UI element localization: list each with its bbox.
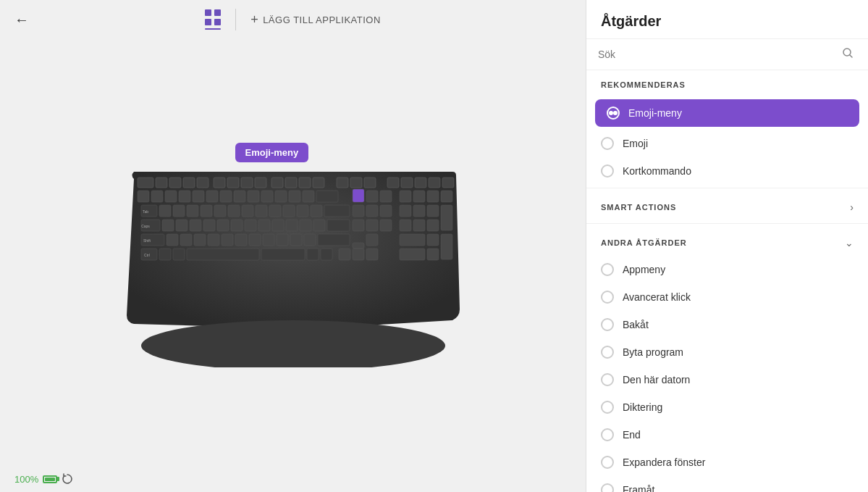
svg-rect-104 <box>187 249 259 260</box>
svg-rect-60 <box>400 205 411 217</box>
action-end-label: End <box>623 429 641 441</box>
action-bakat[interactable]: Bakåt <box>586 311 868 338</box>
action-emoji-meny[interactable]: Emoji-meny <box>595 99 859 127</box>
svg-rect-106 <box>307 249 319 260</box>
panel-title: Åtgärder <box>586 0 868 39</box>
svg-rect-67 <box>190 220 201 231</box>
svg-rect-45 <box>173 205 185 217</box>
radio-appmeny <box>601 263 614 276</box>
radio-kortkommando <box>601 164 614 178</box>
action-byta-program[interactable]: Byta program <box>586 338 868 366</box>
andra-chevron[interactable]: ⌄ <box>845 237 854 249</box>
action-avancerat-klick[interactable]: Avancerat klick <box>586 283 868 311</box>
radio-den-har-datorn <box>601 373 614 386</box>
svg-rect-83 <box>427 220 439 231</box>
svg-rect-100 <box>441 234 452 259</box>
action-den-har-datorn[interactable]: Den här datorn <box>586 366 868 393</box>
svg-rect-10 <box>271 178 283 188</box>
svg-rect-16 <box>364 178 376 188</box>
action-emoji[interactable]: Emoji <box>586 130 868 157</box>
action-end[interactable]: End <box>586 421 868 449</box>
section-andra-title: ANDRA ÅTGÄRDER <box>601 238 687 247</box>
svg-rect-50 <box>242 205 253 217</box>
smart-actions-chevron[interactable]: › <box>850 201 854 213</box>
action-emoji-label: Emoji <box>623 138 648 149</box>
svg-rect-74 <box>286 220 298 231</box>
keyboard-image: Tab Caps Shift Ctrl <box>112 135 474 367</box>
svg-rect-28 <box>220 191 232 202</box>
svg-rect-46 <box>187 205 198 217</box>
svg-rect-94 <box>290 234 302 246</box>
radio-emoji <box>601 137 614 150</box>
svg-rect-31 <box>261 191 273 202</box>
svg-rect-71 <box>245 220 256 231</box>
svg-rect-108 <box>353 243 364 249</box>
svg-rect-61 <box>413 205 425 217</box>
svg-rect-85 <box>167 234 178 246</box>
battery-icon <box>43 475 57 483</box>
svg-rect-91 <box>249 234 261 246</box>
svg-rect-58 <box>366 205 378 217</box>
svg-rect-56 <box>324 205 350 217</box>
search-icon <box>842 47 854 62</box>
svg-rect-80 <box>380 220 392 231</box>
search-input[interactable] <box>598 49 856 60</box>
svg-rect-11 <box>285 178 297 188</box>
status-bar: 100% <box>0 466 586 492</box>
back-button[interactable]: ← <box>14 12 29 28</box>
svg-rect-55 <box>311 205 322 217</box>
right-panel: Åtgärder REKOMMENDERAS Emoji-meny Emoji <box>586 0 868 492</box>
add-app-button[interactable]: + LÄGG TILL APPLIKATION <box>250 12 381 28</box>
action-diktering[interactable]: Diktering <box>586 393 868 421</box>
radio-end <box>601 428 614 441</box>
action-kortkommando[interactable]: Kortkommando <box>586 157 868 185</box>
action-expandera-fonster[interactable]: Expandera fönster <box>586 449 868 476</box>
svg-rect-68 <box>203 220 215 231</box>
svg-rect-25 <box>179 191 190 202</box>
svg-rect-53 <box>283 205 295 217</box>
svg-rect-73 <box>272 220 284 231</box>
svg-rect-40 <box>413 191 425 202</box>
svg-rect-26 <box>193 191 204 202</box>
top-center: + LÄGG TILL APPLIKATION <box>205 9 381 30</box>
svg-rect-82 <box>413 220 425 231</box>
radio-expandera-fonster <box>601 456 614 469</box>
keyboard-area: Emoji-meny <box>0 39 586 466</box>
svg-rect-102 <box>159 249 171 260</box>
svg-rect-17 <box>387 178 399 188</box>
sync-icon <box>62 473 73 485</box>
svg-text:Tab: Tab <box>142 209 148 214</box>
svg-rect-9 <box>255 178 266 188</box>
action-framat[interactable]: Framåt <box>586 476 868 492</box>
action-diktering-label: Diktering <box>623 401 662 413</box>
left-panel: ← + LÄGG TILL APPLIKATION Emoji-meny <box>0 0 586 492</box>
section-smart-actions-header[interactable]: SMART ACTIONS › <box>586 191 868 220</box>
svg-rect-87 <box>194 234 206 246</box>
panel-content: REKOMMENDERAS Emoji-meny Emoji Kortkomma… <box>586 70 868 492</box>
svg-rect-78 <box>353 220 364 231</box>
svg-rect-86 <box>180 234 192 246</box>
svg-rect-63 <box>441 205 452 230</box>
svg-rect-12 <box>299 178 311 188</box>
svg-rect-72 <box>258 220 270 231</box>
svg-rect-30 <box>248 191 259 202</box>
svg-rect-103 <box>173 249 185 260</box>
svg-rect-27 <box>206 191 218 202</box>
svg-rect-15 <box>350 178 362 188</box>
action-expandera-fonster-label: Expandera fönster <box>623 456 705 468</box>
svg-text:Caps: Caps <box>141 224 150 228</box>
svg-rect-22 <box>138 191 149 202</box>
svg-rect-90 <box>235 234 247 246</box>
section-andra-header[interactable]: ANDRA ÅTGÄRDER ⌄ <box>586 227 868 256</box>
apps-view-button[interactable] <box>205 9 221 30</box>
svg-rect-76 <box>313 220 325 231</box>
svg-rect-32 <box>275 191 287 202</box>
top-bar: ← + LÄGG TILL APPLIKATION <box>0 0 586 39</box>
svg-rect-29 <box>234 191 245 202</box>
radio-diktering <box>601 401 614 414</box>
action-appmeny[interactable]: Appmeny <box>586 256 868 283</box>
battery-percent: 100% <box>14 474 38 485</box>
svg-rect-36 <box>353 189 364 202</box>
svg-rect-70 <box>231 220 243 231</box>
svg-rect-113 <box>427 249 439 260</box>
